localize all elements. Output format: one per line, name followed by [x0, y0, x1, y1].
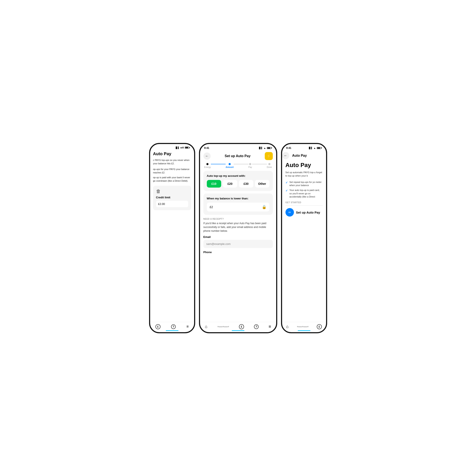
center-wifi-icon: ▲: [264, 147, 266, 149]
right-status-bar: 9:41 ▐▌▌ ▲: [282, 144, 326, 150]
balance-card-title: When my balance is lower than:: [207, 197, 269, 200]
lightning-icon: ⚡: [266, 154, 271, 158]
right-back-button[interactable]: ←: [282, 152, 289, 159]
right-nav-pound-icon[interactable]: £: [317, 324, 322, 329]
check-text-2: Your auto top-up is paid card, so you'll…: [289, 189, 323, 198]
step-dot-energy: [206, 163, 208, 165]
center-battery-icon: [267, 147, 272, 149]
right-signal-icon: ▐▌▌: [308, 147, 313, 149]
right-status-time: 9:41: [286, 147, 291, 150]
nav-home-icon[interactable]: ⌂: [205, 324, 207, 329]
step-label-pay: Pay: [248, 166, 252, 168]
email-label: Email: [204, 235, 273, 238]
check-text-1: Set repeat top-ups for yo meter when you…: [289, 181, 323, 187]
right-content: Auto Pay Set up automatic PAYG top-u for…: [282, 162, 326, 322]
lightning-button[interactable]: ⚡: [265, 152, 273, 160]
nav-pound-icon-center[interactable]: £: [239, 324, 244, 329]
amount-btn-20[interactable]: £20: [223, 180, 237, 187]
step-amount: Amount: [226, 163, 234, 168]
credit-value: £2.00: [156, 201, 188, 207]
nav-menu-icon-center[interactable]: ≡: [269, 324, 271, 329]
phone-label: Phone: [204, 251, 273, 254]
balance-card: When my balance is lower than: £2 🔒: [204, 193, 273, 215]
step-energy: Energy: [204, 163, 211, 168]
setup-autopay-button[interactable]: ∞ Set up Auto Pay: [286, 208, 323, 217]
center-status-time: 9:41: [204, 147, 209, 150]
center-header: ← Set up Auto Pay ⚡: [200, 150, 276, 162]
receipt-section-label: NEED A RECEIPT?: [204, 218, 273, 220]
step-label-done: Done: [267, 166, 272, 168]
amount-btn-10[interactable]: £10: [207, 180, 221, 187]
left-title: Auto Pay: [153, 150, 191, 158]
step-done: Done: [267, 163, 272, 168]
center-body: Auto top-up my account with: £10 £20 £30…: [200, 171, 276, 322]
trash-icon: 🗑: [156, 189, 188, 194]
nav-activity-icon[interactable]: ◦—◦—◦: [217, 324, 229, 329]
balance-input-row: £2 🔒: [207, 203, 269, 211]
step-connector-3: [252, 164, 267, 164]
receipt-section: NEED A RECEIPT? If you'd like a receipt …: [204, 218, 273, 254]
center-status-icons: ▐▌▌ ▲: [258, 147, 272, 149]
left-nav-bar: £ ? ≡: [150, 322, 194, 332]
signal-icon: ▐▌▌: [175, 147, 180, 149]
get-started-label: GET STARTED: [286, 201, 323, 204]
step-connector-1: [211, 164, 226, 164]
center-page-title: Set up Auto Pay: [224, 154, 250, 158]
check-list: ✓ Set repeat top-ups for yo meter when y…: [286, 181, 323, 199]
amount-card-title: Auto top-up my account with:: [207, 174, 269, 177]
balance-value: £2: [210, 205, 213, 209]
left-status-bar: ▐▌▌ wifi: [150, 144, 194, 150]
battery-icon: [185, 147, 190, 149]
right-nav-home-icon[interactable]: ⌂: [286, 324, 289, 329]
checkmark-icon-2: ✓: [286, 189, 288, 193]
amount-btn-other[interactable]: Other: [255, 180, 269, 187]
right-nav-activity-icon[interactable]: ◦—◦—◦: [297, 324, 308, 329]
divider: [286, 205, 323, 205]
amount-btn-30[interactable]: £30: [239, 180, 253, 187]
left-desc3: op-up is paid with your bank ll never go…: [153, 176, 191, 183]
center-signal-icon: ▐▌▌: [258, 147, 263, 149]
steps-bar: Energy Amount Pay Done: [200, 162, 276, 171]
nav-pound-icon[interactable]: £: [155, 324, 160, 329]
nav-question-icon-center[interactable]: ?: [254, 324, 259, 329]
step-label-energy: Energy: [204, 166, 211, 168]
infinity-icon: ∞: [286, 208, 294, 217]
left-desc1: c PAYG top-ups so you never when your ba…: [153, 158, 191, 165]
right-battery-icon: [317, 147, 322, 149]
center-status-bar: 9:41 ▐▌▌ ▲: [200, 144, 276, 150]
center-phone: 9:41 ▐▌▌ ▲ ← Set up Auto Pay ⚡: [199, 143, 277, 333]
check-item-1: ✓ Set repeat top-ups for yo meter when y…: [286, 181, 323, 187]
setup-btn-text: Set up Auto Pay: [296, 211, 320, 214]
step-dot-pay: [249, 163, 251, 165]
step-dot-done: [268, 163, 271, 165]
step-pay: Pay: [248, 163, 252, 168]
lock-icon: 🔒: [262, 205, 266, 209]
wifi-icon: wifi: [180, 147, 184, 149]
center-nav-bar: ⌂ ◦—◦—◦ £ ? ≡: [200, 322, 276, 332]
check-item-2: ✓ Your auto top-up is paid card, so you'…: [286, 189, 323, 198]
left-credit-card: 🗑 Credit limit £2.00: [153, 186, 191, 210]
back-arrow-icon: ←: [205, 154, 209, 158]
autopay-title: Auto Pay: [286, 162, 323, 169]
autopay-desc: Set up automatic PAYG top-u forget to to…: [286, 171, 323, 178]
right-status-icons: ▐▌▌ ▲: [308, 147, 322, 149]
email-input[interactable]: [204, 240, 273, 248]
right-wifi-icon: ▲: [314, 147, 316, 149]
right-header-title: Auto Pay: [292, 154, 307, 157]
step-label-amount: Amount: [226, 166, 234, 168]
right-phone: 9:41 ▐▌▌ ▲ ← Auto Pay Auto Pay Set up au…: [281, 143, 327, 333]
checkmark-icon-1: ✓: [286, 181, 288, 185]
right-nav-bar: ⌂ ◦—◦—◦ £: [282, 322, 326, 332]
nav-menu-icon[interactable]: ≡: [187, 324, 189, 329]
credit-label: Credit limit: [156, 196, 188, 199]
right-header: ← Auto Pay: [282, 150, 326, 162]
amount-options: £10 £20 £30 Other: [207, 180, 269, 187]
left-phone: ▐▌▌ wifi Auto Pay c PAYG top-ups so you …: [149, 143, 195, 333]
left-content: Auto Pay c PAYG top-ups so you never whe…: [150, 150, 194, 322]
back-button[interactable]: ←: [204, 153, 211, 160]
right-back-arrow-icon: ←: [284, 154, 287, 157]
nav-question-icon[interactable]: ?: [171, 324, 176, 329]
left-status-icons: ▐▌▌ wifi: [175, 147, 190, 149]
step-connector-2: [234, 164, 248, 164]
left-desc2: op-ups for your PAYG your balance reache…: [153, 168, 191, 174]
